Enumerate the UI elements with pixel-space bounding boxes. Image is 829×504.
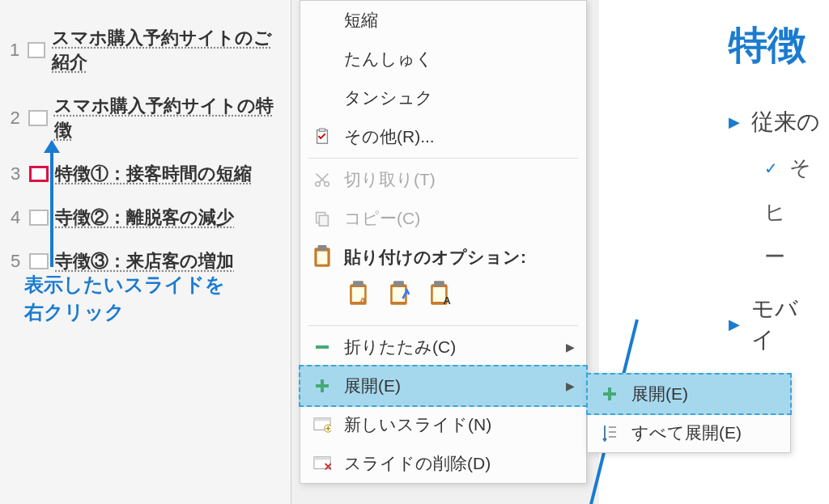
submenu-arrow-icon: ▶	[566, 379, 575, 392]
menu-label: スライドの削除(D)	[344, 452, 575, 475]
slide-sub-1: ✓ そ	[764, 154, 821, 182]
svg-rect-17	[434, 281, 444, 286]
menu-new-slide[interactable]: 新しいスライド(N)	[300, 405, 586, 444]
context-menu: 短縮 たんしゅく タンシュク その他(R)... 切り取り(T) コピー(C) …	[300, 0, 587, 484]
slide-sub-3: ー	[764, 243, 821, 271]
menu-expand[interactable]: 展開(E) ▶	[299, 365, 588, 407]
paste-keep-formatting-icon[interactable]: a	[344, 277, 376, 312]
blank-icon	[312, 49, 333, 70]
svg-rect-8	[317, 252, 328, 265]
triangle-bullet-icon: ▶	[729, 316, 740, 333]
menu-label: 新しいスライド(N)	[344, 413, 575, 436]
check-icon: ✓	[764, 159, 778, 178]
expand-submenu: 展開(E) すべて展開(E)	[587, 374, 791, 453]
slide-icon	[28, 110, 47, 126]
minus-icon	[312, 337, 333, 358]
slide-icon	[29, 253, 49, 269]
ime-candidate-3[interactable]: タンシュク	[300, 78, 586, 117]
submenu-expand[interactable]: 展開(E)	[586, 373, 792, 415]
menu-collapse[interactable]: 折りたたみ(C) ▶	[300, 328, 586, 366]
slide-bullet-1: ▶ 従来の	[729, 107, 821, 138]
outline-panel: 1 スマホ購入予約サイトのご紹介 2 スマホ購入予約サイトの特徴 3 特徴①：接…	[0, 0, 291, 504]
slide-sub-2: ヒ	[764, 198, 821, 227]
outline-number: 1	[8, 40, 21, 61]
svg-rect-29	[608, 388, 611, 400]
outline-title: 特徴①：接客時間の短縮	[55, 162, 252, 186]
outline-number: 2	[8, 108, 22, 129]
ime-candidate-2[interactable]: たんしゅく	[300, 40, 586, 78]
scissors-icon	[312, 169, 333, 190]
paste-icon	[312, 246, 333, 267]
slide-sub-text: ヒ	[764, 198, 786, 227]
slide-sub-text: ー	[764, 243, 785, 271]
menu-label: 展開(E)	[344, 375, 555, 397]
menu-separator	[308, 158, 578, 159]
svg-rect-7	[318, 245, 327, 250]
ime-candidate-1[interactable]: 短縮	[300, 1, 586, 40]
slide-icon	[29, 210, 49, 226]
submenu-arrow-icon: ▶	[566, 341, 575, 354]
paste-text-only-icon[interactable]: A	[425, 277, 457, 312]
svg-rect-10	[353, 281, 363, 286]
expand-all-icon	[599, 422, 620, 443]
plus-icon	[312, 375, 333, 396]
menu-label: たんしゅく	[344, 48, 575, 70]
svg-rect-22	[321, 379, 324, 392]
outline-item-4[interactable]: 4 寺徴②：離脱客の減少	[0, 196, 291, 239]
svg-rect-24	[314, 418, 330, 421]
menu-label: すべて展開(E)	[631, 421, 779, 444]
paste-options-header: 貼り付けのオプション:	[333, 238, 586, 273]
plus-icon	[599, 383, 620, 404]
blank-icon	[312, 10, 333, 31]
new-slide-icon	[312, 414, 333, 435]
svg-rect-1	[319, 129, 325, 132]
menu-cut[interactable]: 切り取り(T)	[300, 160, 586, 199]
slide-title: 特徴	[729, 19, 821, 71]
outline-title: 寺徴③：来店客の増加	[55, 249, 234, 273]
menu-label: 折りたたみ(C)	[344, 336, 555, 358]
svg-rect-27	[314, 457, 330, 460]
svg-rect-15	[393, 287, 405, 302]
paste-use-destination-icon[interactable]	[385, 277, 417, 312]
outline-title: スマホ購入予約サイトの特徴	[54, 94, 283, 142]
triangle-bullet-icon: ▶	[729, 113, 740, 131]
outline-number: 3	[8, 163, 23, 184]
svg-text:a: a	[360, 294, 366, 304]
annotation-arrow	[50, 142, 53, 267]
outline-title: スマホ購入予約サイトのご紹介	[52, 26, 283, 74]
menu-label: コピー(C)	[344, 207, 575, 230]
menu-other[interactable]: その他(R)...	[300, 117, 586, 156]
copy-icon	[312, 208, 333, 229]
svg-rect-5	[319, 215, 328, 226]
menu-label: 展開(E)	[631, 383, 779, 405]
slide-icon	[28, 42, 45, 58]
annotation-text: 表示したいスライドを 右クリック	[24, 271, 225, 325]
annotation-line1: 表示したいスライドを	[24, 271, 225, 299]
menu-label: その他(R)...	[344, 125, 575, 148]
annotation-line2: 右クリック	[24, 299, 225, 326]
menu-label: 切り取り(T)	[344, 168, 575, 191]
menu-copy[interactable]: コピー(C)	[300, 199, 586, 238]
svg-rect-20	[316, 345, 329, 349]
menu-separator	[308, 325, 578, 326]
outline-title: 寺徴②：離脱客の減少	[55, 205, 234, 230]
slide-bullet-2: ▶ モバイ	[729, 294, 821, 355]
menu-label: タンシュク	[344, 87, 575, 109]
delete-slide-icon	[312, 453, 333, 474]
svg-rect-14	[393, 281, 404, 286]
svg-text:A: A	[444, 294, 451, 307]
submenu-expand-all[interactable]: すべて展開(E)	[588, 413, 790, 452]
clipboard-check-icon	[312, 126, 333, 147]
slide-icon-selected	[29, 166, 49, 182]
slide-bullet-text: モバイ	[751, 294, 821, 355]
slide-bullet-text: 従来の	[751, 107, 820, 138]
outline-number: 4	[8, 207, 23, 228]
menu-label: 短縮	[344, 9, 575, 32]
blank-icon	[312, 87, 333, 108]
menu-delete-slide[interactable]: スライドの削除(D)	[300, 444, 586, 483]
outline-item-3[interactable]: 3 特徴①：接客時間の短縮	[0, 152, 291, 196]
outline-number: 5	[8, 251, 23, 272]
slide-sub-text: そ	[789, 154, 811, 182]
outline-item-1[interactable]: 1 スマホ購入予約サイトのご紹介	[0, 16, 291, 84]
